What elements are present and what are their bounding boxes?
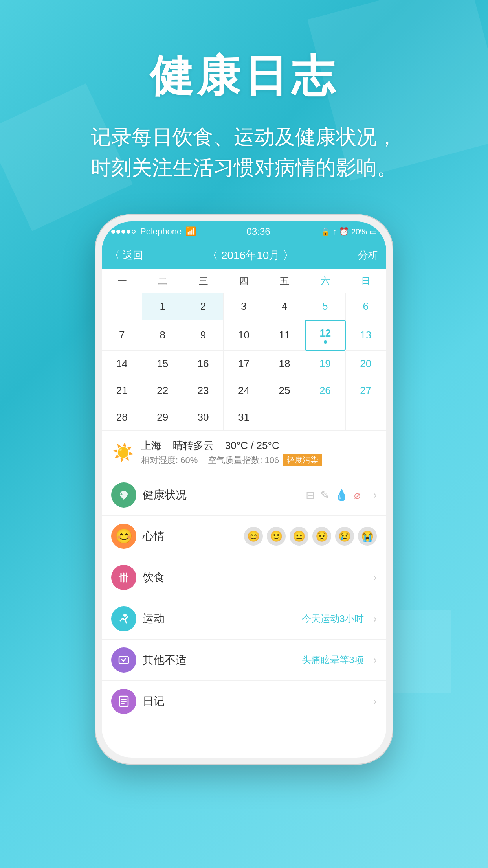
weekday-sun: 日	[346, 269, 386, 293]
weather-aqi: 空气质量指数: 106	[208, 454, 279, 466]
weather-section: ☀️ 上海 晴转多云 30°C / 25°C 相对湿度: 60% 空气质量指数:…	[102, 431, 386, 474]
calendar-cell-15[interactable]: 15	[142, 351, 183, 377]
calendar-cell-31[interactable]: 31	[224, 404, 264, 431]
analyze-button[interactable]: 分析	[358, 248, 378, 262]
calendar-cell-27[interactable]: 27	[346, 377, 386, 404]
back-label: 〈 返回	[110, 248, 143, 262]
today-indicator	[324, 340, 327, 344]
drop-icon[interactable]: 💧	[335, 489, 349, 502]
mood-neutral[interactable]: 😐	[290, 527, 308, 546]
calendar-cell-3[interactable]: 3	[224, 293, 264, 320]
weather-temp: 30°C / 25°C	[225, 440, 279, 451]
calendar-cell-empty3	[305, 404, 345, 431]
calendar-grid[interactable]: 1 2 3 4 5 6 7 8 9 10 11 12 13	[102, 293, 386, 431]
subtitle-line2: 时刻关注生活习惯对病情的影响。	[91, 156, 397, 179]
discomfort-label: 其他不适	[143, 653, 295, 668]
calendar-cell-28[interactable]: 28	[102, 404, 142, 431]
calendar-cell-24[interactable]: 24	[224, 377, 264, 404]
status-right: 🔒 ↑ ⏰ 20% ▭	[321, 227, 377, 236]
calendar-cell-11[interactable]: 11	[264, 320, 305, 351]
diary-label: 日记	[143, 694, 364, 709]
status-left: Pelephone 📶	[111, 226, 196, 237]
location-icon: ↑	[333, 227, 337, 236]
calendar-cell-empty2	[264, 404, 305, 431]
calendar-cell-25[interactable]: 25	[264, 377, 305, 404]
calendar-cell-9[interactable]: 9	[183, 320, 224, 351]
exercise-value: 今天运动3小时	[302, 612, 363, 625]
link-icon[interactable]: ⌀	[354, 489, 361, 502]
back-button[interactable]: 〈 返回	[110, 248, 143, 262]
calendar-cell-29[interactable]: 29	[142, 404, 183, 431]
discomfort-value: 头痛眩晕等3项	[302, 654, 363, 666]
calendar-cell-empty4	[346, 404, 386, 431]
weather-sub: 相对湿度: 60% 空气质量指数: 106 轻度污染	[141, 454, 377, 466]
pollution-badge: 轻度污染	[283, 454, 322, 466]
weather-humidity: 相对湿度: 60%	[141, 454, 198, 466]
svg-point-3	[123, 614, 127, 617]
mood-crying[interactable]: 😭	[358, 527, 377, 546]
diary-item[interactable]: 日记 ›	[102, 681, 386, 722]
calendar-cell-19[interactable]: 19	[305, 351, 345, 377]
health-status-item[interactable]: 健康状况 ⊟ ✎ 💧 ⌀ ›	[102, 474, 386, 516]
mood-very-happy[interactable]: 😊	[244, 527, 263, 546]
calendar-cell-14[interactable]: 14	[102, 351, 142, 377]
diet-chevron: ›	[373, 571, 377, 584]
health-status-chevron: ›	[373, 489, 377, 501]
calendar-cell-6[interactable]: 6	[346, 293, 386, 320]
calendar-cell-30[interactable]: 30	[183, 404, 224, 431]
phone-screen: Pelephone 📶 03:36 🔒 ↑ ⏰ 20% ▭ 〈 返回 〈 201…	[102, 221, 386, 758]
mood-selector[interactable]: 😊 🙂 😐 😟 😢 😭	[244, 527, 377, 546]
exercise-chevron: ›	[373, 612, 377, 625]
mood-icon: 😊	[111, 524, 136, 549]
calendar-cell-10[interactable]: 10	[224, 320, 264, 351]
calendar-cell-5[interactable]: 5	[305, 293, 345, 320]
calendar-cell-7[interactable]: 7	[102, 320, 142, 351]
diet-label: 饮食	[143, 570, 364, 585]
mood-sad[interactable]: 😟	[312, 527, 331, 546]
calendar-cell-23[interactable]: 23	[183, 377, 224, 404]
calendar-cell-1[interactable]: 1	[142, 293, 183, 320]
calendar-cell-2[interactable]: 2	[183, 293, 224, 320]
exercise-item[interactable]: 运动 今天运动3小时 ›	[102, 598, 386, 640]
weather-condition: 晴转多云	[173, 440, 214, 451]
calendar-cell-17[interactable]: 17	[224, 351, 264, 377]
dot5	[132, 230, 136, 234]
dot4	[127, 230, 130, 234]
dot2	[116, 230, 120, 234]
pencil-icon[interactable]: ✎	[320, 489, 329, 502]
dot3	[121, 230, 125, 234]
diet-item[interactable]: 饮食 ›	[102, 557, 386, 598]
mood-happy[interactable]: 🙂	[267, 527, 286, 546]
battery-icon: ▭	[369, 227, 377, 236]
weekday-thu: 四	[224, 269, 264, 293]
status-time: 03:36	[196, 226, 321, 237]
app-title: 健康日志	[0, 47, 488, 106]
weekday-mon: 一	[102, 269, 142, 293]
calendar-cell-13[interactable]: 13	[346, 320, 386, 351]
scale-icon[interactable]: ⊟	[306, 489, 315, 502]
weekday-sat: 六	[305, 269, 345, 293]
calendar-cell-16[interactable]: 16	[183, 351, 224, 377]
calendar-cell-8[interactable]: 8	[142, 320, 183, 351]
calendar-cell-20[interactable]: 20	[346, 351, 386, 377]
nav-title[interactable]: 〈 2016年10月 〉	[143, 248, 358, 263]
phone-container: Pelephone 📶 03:36 🔒 ↑ ⏰ 20% ▭ 〈 返回 〈 201…	[0, 214, 488, 765]
diary-icon	[111, 689, 136, 714]
mood-item[interactable]: 😊 心情 😊 🙂 😐 😟 😢 😭	[102, 516, 386, 557]
calendar-cell-26[interactable]: 26	[305, 377, 345, 404]
discomfort-chevron: ›	[373, 654, 377, 666]
carrier-name: Pelephone	[140, 226, 182, 237]
calendar-cell-21[interactable]: 21	[102, 377, 142, 404]
mood-very-sad[interactable]: 😢	[335, 527, 354, 546]
calendar-cell-4[interactable]: 4	[264, 293, 305, 320]
calendar-cell-22[interactable]: 22	[142, 377, 183, 404]
mood-label: 心情	[143, 529, 238, 544]
dot1	[111, 230, 115, 234]
discomfort-item[interactable]: 其他不适 头痛眩晕等3项 ›	[102, 640, 386, 681]
alarm-icon: ⏰	[339, 227, 349, 236]
app-subtitle: 记录每日饮食、运动及健康状况， 时刻关注生活习惯对病情的影响。	[0, 121, 488, 183]
calendar-cell-12[interactable]: 12	[305, 320, 345, 351]
calendar-cell-18[interactable]: 18	[264, 351, 305, 377]
calendar-weekday-header: 一 二 三 四 五 六 日	[102, 269, 386, 293]
calendar-cell-empty	[102, 293, 142, 320]
